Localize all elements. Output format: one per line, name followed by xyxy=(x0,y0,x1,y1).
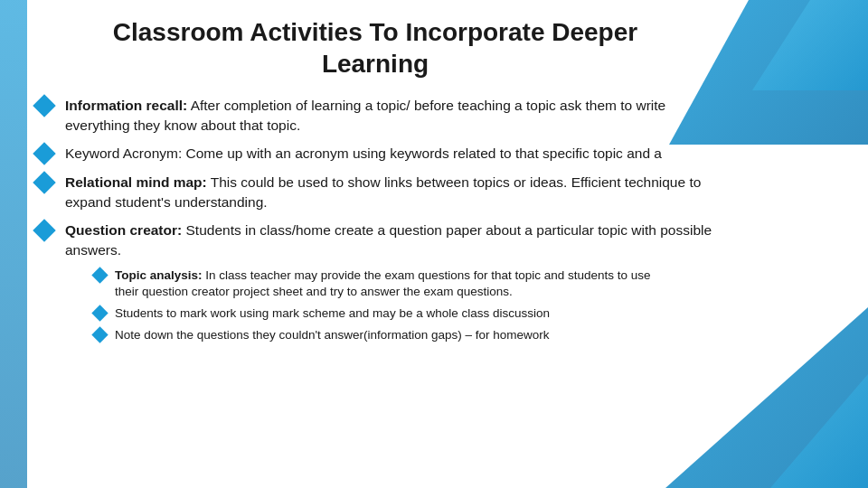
bullet-icon-2 xyxy=(33,143,55,165)
bullet-icon-1 xyxy=(33,94,55,117)
bullet-bold-1: Information recall: xyxy=(65,98,187,113)
main-bullet-list: Information recall: After completion of … xyxy=(36,96,841,350)
bullet-bold-4: Question creator: xyxy=(65,222,182,238)
sub-bullet-text-1: Topic analysis: In class teacher may pro… xyxy=(115,267,651,300)
sub-bullet-icon-2 xyxy=(91,305,108,322)
bullet-text-3: Relational mind map: This could be used … xyxy=(65,173,723,211)
bullet-item-4: Question creator: Students in class/home… xyxy=(36,221,841,349)
sub-bullet-text-3: Note down the questions they couldn't an… xyxy=(115,327,550,343)
sub-bullet-icon-3 xyxy=(91,327,108,343)
sub-bullet-item-3: Note down the questions they couldn't an… xyxy=(94,327,723,343)
bullet-item-2: Keyword Acronym: Come up with an acronym… xyxy=(36,144,841,164)
sub-bullet-icon-1 xyxy=(91,267,108,283)
bullet-text-4: Question creator: Students in class/home… xyxy=(65,221,723,349)
bullet-text-1: Information recall: After completion of … xyxy=(65,96,723,135)
sub-bullet-text-2: Students to mark work using mark scheme … xyxy=(115,305,550,322)
sub-bold-1: Topic analysis: xyxy=(115,268,203,282)
bullet-icon-4 xyxy=(33,220,55,242)
bullet-text-2: Keyword Acronym: Come up with an acronym… xyxy=(65,144,723,164)
sub-bullet-item-1: Topic analysis: In class teacher may pro… xyxy=(94,267,723,300)
sub-bullet-list: Topic analysis: In class teacher may pro… xyxy=(94,267,723,344)
sub-bullet-item-2: Students to mark work using mark scheme … xyxy=(94,305,723,322)
main-content: Classroom Activities To Incorporate Deep… xyxy=(0,0,868,371)
bullet-item-1: Information recall: After completion of … xyxy=(36,96,841,135)
bullet-bold-3: Relational mind map: xyxy=(65,174,207,190)
bullet-icon-3 xyxy=(33,171,55,193)
page-title: Classroom Activities To Incorporate Deep… xyxy=(36,16,841,80)
bullet-item-3: Relational mind map: This could be used … xyxy=(36,173,841,211)
